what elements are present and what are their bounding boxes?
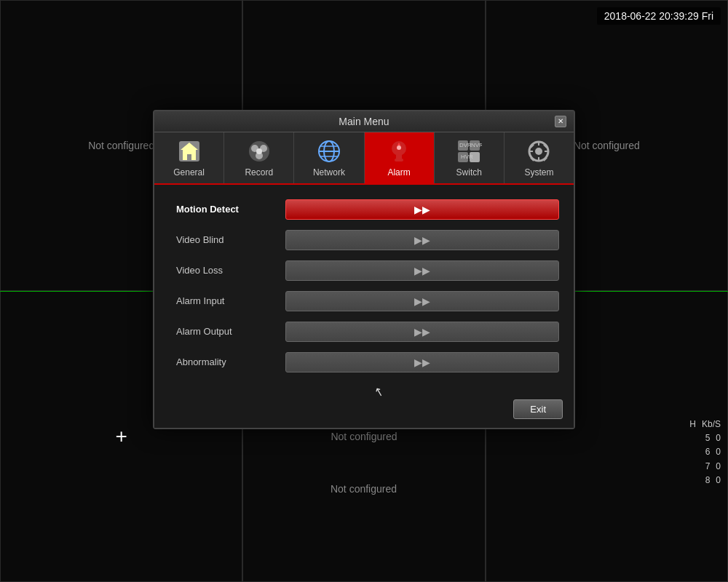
- network-icon: [316, 138, 342, 164]
- svg-rect-26: [538, 141, 539, 146]
- title-bar: Main Menu ✕: [154, 111, 574, 132]
- svg-text:HVR: HVR: [461, 154, 473, 160]
- svg-rect-29: [545, 151, 549, 152]
- menu-label-abnormality: Abnormality: [169, 356, 285, 367]
- menu-row-alarm-input: Alarm Input ▶▶: [169, 291, 559, 311]
- svg-rect-14: [395, 159, 403, 162]
- main-menu-window: Main Menu ✕ General: [153, 110, 575, 429]
- menu-btn-alarm-input[interactable]: ▶▶: [285, 291, 559, 311]
- tab-system-label: System: [524, 167, 553, 178]
- menu-row-video-blind: Video Blind ▶▶: [169, 230, 559, 250]
- arrow-alarm-output: ▶▶: [414, 326, 430, 338]
- menu-content: Motion Detect ▶▶ Video Blind ▶▶ Video Lo…: [154, 185, 574, 394]
- tab-record-label: Record: [245, 167, 273, 178]
- menu-btn-video-loss[interactable]: ▶▶: [285, 260, 559, 281]
- svg-text:DVR: DVR: [459, 142, 472, 148]
- arrow-motion-detect: ▶▶: [414, 204, 430, 215]
- menu-footer: ↖ Exit: [154, 394, 574, 428]
- alarm-icon: [386, 138, 412, 164]
- menu-btn-video-blind[interactable]: ▶▶: [285, 230, 559, 250]
- tab-network[interactable]: Network: [294, 132, 364, 183]
- menu-label-video-blind: Video Blind: [169, 234, 285, 245]
- system-icon: [526, 138, 552, 164]
- menu-label-alarm-input: Alarm Input: [169, 295, 285, 306]
- svg-rect-27: [538, 157, 539, 162]
- tab-alarm[interactable]: Alarm: [365, 132, 435, 183]
- arrow-video-blind: ▶▶: [414, 234, 430, 246]
- arrow-video-loss: ▶▶: [414, 265, 430, 276]
- svg-rect-28: [529, 151, 533, 152]
- record-icon: [246, 138, 272, 164]
- tab-network-label: Network: [313, 167, 345, 178]
- menu-row-alarm-output: Alarm Output ▶▶: [169, 322, 559, 342]
- modal-overlay: Main Menu ✕ General: [0, 0, 728, 582]
- tab-alarm-label: Alarm: [387, 167, 410, 178]
- tab-record[interactable]: Record: [224, 132, 294, 183]
- arrow-abnormality: ▶▶: [414, 356, 430, 368]
- menu-row-abnormality: Abnormality ▶▶: [169, 352, 559, 372]
- svg-text:NVR: NVR: [471, 142, 482, 148]
- general-icon: [176, 138, 202, 164]
- menu-label-alarm-output: Alarm Output: [169, 326, 285, 337]
- menu-row-motion-detect: Motion Detect ▶▶: [169, 199, 559, 220]
- exit-button[interactable]: Exit: [513, 399, 563, 419]
- tab-bar: General Record: [154, 132, 574, 185]
- tab-switch-label: Switch: [456, 167, 482, 178]
- menu-btn-abnormality[interactable]: ▶▶: [285, 352, 559, 372]
- window-title: Main Menu: [173, 116, 555, 127]
- menu-btn-motion-detect[interactable]: ▶▶: [285, 199, 559, 220]
- tab-system[interactable]: System: [505, 132, 574, 183]
- menu-row-video-loss: Video Loss ▶▶: [169, 260, 559, 281]
- svg-point-6: [256, 148, 262, 154]
- menu-btn-alarm-output[interactable]: ▶▶: [285, 322, 559, 342]
- svg-point-15: [397, 146, 401, 150]
- tab-general-label: General: [173, 167, 205, 178]
- close-button[interactable]: ✕: [555, 116, 566, 127]
- switch-icon: DVR NVR HVR: [456, 138, 482, 164]
- tab-switch[interactable]: DVR NVR HVR Switch: [435, 132, 505, 183]
- menu-label-video-loss: Video Loss: [169, 265, 285, 276]
- tab-general[interactable]: General: [154, 132, 224, 183]
- arrow-alarm-input: ▶▶: [414, 295, 430, 307]
- svg-point-25: [535, 148, 542, 155]
- menu-label-motion-detect: Motion Detect: [169, 204, 285, 215]
